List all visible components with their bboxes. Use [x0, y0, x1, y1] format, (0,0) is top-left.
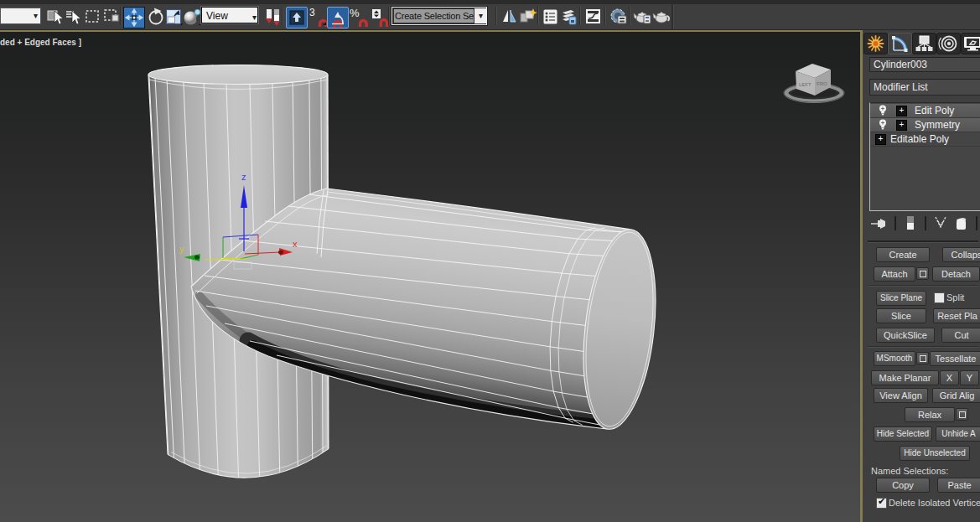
- svg-text:LEFT: LEFT: [799, 82, 811, 87]
- svg-text:3: 3: [309, 7, 315, 18]
- svg-text:FRO: FRO: [817, 81, 827, 86]
- svg-text:ded + Edged Faces ]: ded + Edged Faces ]: [0, 38, 81, 47]
- svg-text:%: %: [350, 7, 360, 19]
- svg-text:z: z: [241, 172, 246, 182]
- svg-text:y: y: [179, 244, 184, 254]
- svg-text:x: x: [293, 239, 298, 249]
